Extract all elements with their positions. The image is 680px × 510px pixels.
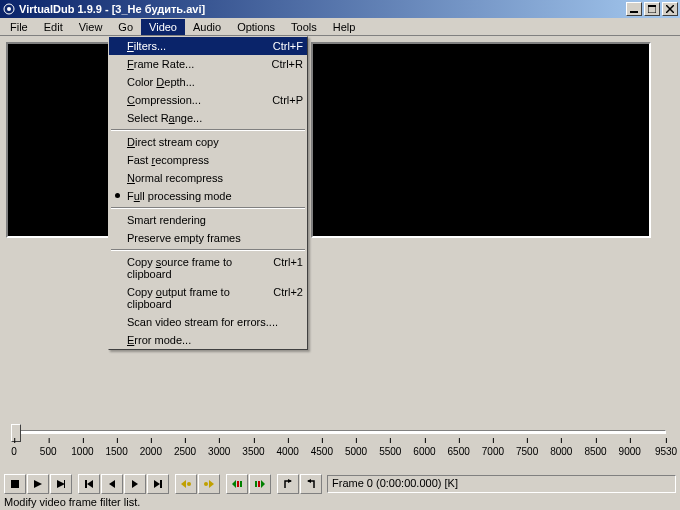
menu-item-error-mode[interactable]: Error mode... xyxy=(109,331,307,349)
svg-marker-8 xyxy=(34,480,42,488)
menu-item-direct-stream-copy[interactable]: Direct stream copy xyxy=(109,133,307,151)
menu-item-label: Scan video stream for errors.... xyxy=(127,316,303,328)
menu-view[interactable]: View xyxy=(71,19,111,35)
ruler-tick: 9000 xyxy=(619,446,641,457)
menu-item-select-range[interactable]: Select Range... xyxy=(109,109,307,127)
svg-marker-27 xyxy=(288,479,292,483)
maximize-button[interactable] xyxy=(644,2,660,16)
ruler-tick: 2000 xyxy=(140,446,162,457)
menu-item-fast-recompress[interactable]: Fast recompress xyxy=(109,151,307,169)
svg-marker-21 xyxy=(232,480,236,488)
play-output-button[interactable] xyxy=(50,474,72,494)
menu-item-label: Filters... xyxy=(127,40,257,52)
svg-rect-7 xyxy=(11,480,19,488)
svg-rect-2 xyxy=(630,11,638,13)
menu-file[interactable]: File xyxy=(2,19,36,35)
menu-item-label: Copy source frame to clipboard xyxy=(127,256,257,280)
ruler-tick: 8000 xyxy=(550,446,572,457)
svg-marker-20 xyxy=(209,480,214,488)
svg-point-19 xyxy=(204,482,208,486)
svg-point-1 xyxy=(7,7,11,11)
menu-separator xyxy=(111,249,305,251)
close-button[interactable] xyxy=(662,2,678,16)
menu-tools[interactable]: Tools xyxy=(283,19,325,35)
menu-item-label: Full processing mode xyxy=(127,190,303,202)
output-video-pane[interactable] xyxy=(311,42,651,238)
stop-button[interactable] xyxy=(4,474,26,494)
menu-help[interactable]: Help xyxy=(325,19,364,35)
step-forward-button[interactable] xyxy=(124,474,146,494)
menu-item-filters[interactable]: Filters...Ctrl+F xyxy=(109,37,307,55)
play-input-button[interactable] xyxy=(27,474,49,494)
key-prev-button[interactable] xyxy=(175,474,197,494)
ruler-tick: 5500 xyxy=(379,446,401,457)
menu-item-label: Frame Rate... xyxy=(127,58,256,70)
transport-toolbar: Frame 0 (0:00:00.000) [K] xyxy=(0,472,680,496)
menu-item-scan-video-stream-for-errors[interactable]: Scan video stream for errors.... xyxy=(109,313,307,331)
menu-item-compression[interactable]: Compression...Ctrl+P xyxy=(109,91,307,109)
menu-item-full-processing-mode[interactable]: Full processing mode xyxy=(109,187,307,205)
menu-item-smart-rendering[interactable]: Smart rendering xyxy=(109,211,307,229)
svg-marker-26 xyxy=(261,480,265,488)
ruler-tick: 3500 xyxy=(242,446,264,457)
menu-item-label: Error mode... xyxy=(127,334,303,346)
svg-rect-22 xyxy=(237,481,239,487)
statusbar: Modify video frame filter list. xyxy=(0,496,680,510)
minimize-button[interactable] xyxy=(626,2,642,16)
menu-item-shortcut: Ctrl+1 xyxy=(273,256,303,280)
svg-point-18 xyxy=(187,482,191,486)
svg-rect-10 xyxy=(64,480,65,488)
svg-rect-25 xyxy=(258,481,260,487)
scene-next-button[interactable] xyxy=(249,474,271,494)
ruler-tick: 7500 xyxy=(516,446,538,457)
menu-item-label: Smart rendering xyxy=(127,214,303,226)
key-next-button[interactable] xyxy=(198,474,220,494)
ruler-tick: 5000 xyxy=(345,446,367,457)
ruler-tick: 6000 xyxy=(413,446,435,457)
menu-item-normal-recompress[interactable]: Normal recompress xyxy=(109,169,307,187)
mark-out-button[interactable] xyxy=(300,474,322,494)
svg-rect-16 xyxy=(160,480,162,488)
ruler-tick: 500 xyxy=(40,446,57,457)
menu-item-shortcut: Ctrl+P xyxy=(272,94,303,106)
frame-info: Frame 0 (0:00:00.000) [K] xyxy=(327,475,676,493)
ruler-tick: 4500 xyxy=(311,446,333,457)
menu-item-frame-rate[interactable]: Frame Rate...Ctrl+R xyxy=(109,55,307,73)
status-text: Modify video frame filter list. xyxy=(4,496,140,508)
workspace xyxy=(0,36,680,424)
app-icon xyxy=(2,2,16,16)
ruler-tick: 0 xyxy=(11,446,17,457)
ruler-tick: 8500 xyxy=(584,446,606,457)
mark-in-button[interactable] xyxy=(277,474,299,494)
ruler-tick: 1000 xyxy=(71,446,93,457)
menu-item-copy-output-frame-to-clipboard[interactable]: Copy output frame to clipboardCtrl+2 xyxy=(109,283,307,313)
ruler-tick: 1500 xyxy=(105,446,127,457)
svg-marker-14 xyxy=(132,480,138,488)
menu-item-preserve-empty-frames[interactable]: Preserve empty frames xyxy=(109,229,307,247)
window-title: VirtualDub 1.9.9 - [3_Не будить.avi] xyxy=(19,3,626,15)
svg-marker-12 xyxy=(87,480,93,488)
menu-item-label: Direct stream copy xyxy=(127,136,303,148)
menu-separator xyxy=(111,207,305,209)
svg-rect-4 xyxy=(648,5,656,7)
menu-item-copy-source-frame-to-clipboard[interactable]: Copy source frame to clipboardCtrl+1 xyxy=(109,253,307,283)
menu-item-label: Color Depth... xyxy=(127,76,303,88)
timeline-slider[interactable] xyxy=(14,430,666,434)
scene-prev-button[interactable] xyxy=(226,474,248,494)
menu-video[interactable]: Video xyxy=(141,19,185,35)
svg-rect-24 xyxy=(255,481,257,487)
timeline-area: 0500100015002000250030003500400045005000… xyxy=(0,426,680,466)
menu-go[interactable]: Go xyxy=(110,19,141,35)
step-back-button[interactable] xyxy=(101,474,123,494)
menu-item-label: Copy output frame to clipboard xyxy=(127,286,257,310)
menu-item-color-depth[interactable]: Color Depth... xyxy=(109,73,307,91)
menu-audio[interactable]: Audio xyxy=(185,19,229,35)
menu-edit[interactable]: Edit xyxy=(36,19,71,35)
menu-options[interactable]: Options xyxy=(229,19,283,35)
goto-end-button[interactable] xyxy=(147,474,169,494)
svg-marker-9 xyxy=(57,480,65,488)
menu-item-label: Fast recompress xyxy=(127,154,303,166)
menu-item-shortcut: Ctrl+F xyxy=(273,40,303,52)
goto-start-button[interactable] xyxy=(78,474,100,494)
ruler-tick: 4000 xyxy=(277,446,299,457)
